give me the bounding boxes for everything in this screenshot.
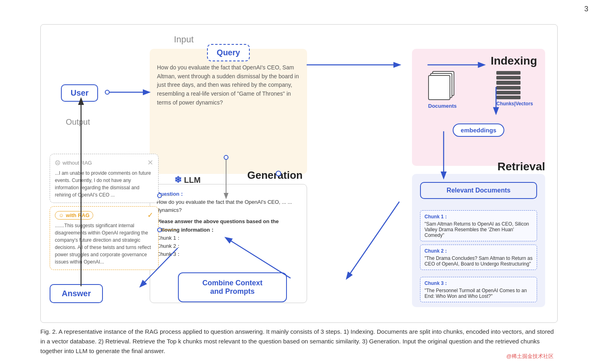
documents-label: Documents <box>428 103 457 109</box>
answer-box: Answer <box>50 284 103 303</box>
input-title: Input <box>174 34 194 45</box>
retrieval-section: Retrieval Relevant Documents Chunk 1： "S… <box>412 174 545 307</box>
page-number: 3 <box>584 5 588 13</box>
embeddings-box: embeddings <box>453 123 504 137</box>
chunk-3-text: "The Personnel Turmoil at OpenAI Comes t… <box>424 288 533 299</box>
retrieval-title: Retrieval <box>498 160 545 173</box>
without-rag-header: ☹ without RAG ✕ <box>55 158 153 167</box>
chunk-2-box: Chunk 2： "The Drama Concludes? Sam Altma… <box>420 245 537 270</box>
query-box: Query <box>207 44 250 61</box>
gen-chunk3: Chunk 3： <box>157 250 300 258</box>
happy-face-icon: ☺ <box>59 212 64 218</box>
with-rag-header: ☺ with RAG ✓ <box>55 211 153 220</box>
chunk-1-title: Chunk 1： <box>424 213 533 220</box>
with-rag-title: ☺ with RAG <box>55 211 93 220</box>
query-text: How do you evaluate the fact that OpenAI… <box>157 63 300 107</box>
generation-title: Generation <box>247 169 303 182</box>
db-line-6 <box>496 96 521 99</box>
combine-label: Combine Contextand Prompts <box>202 279 262 295</box>
db-line-5 <box>496 91 521 94</box>
check-icon: ✓ <box>147 211 153 220</box>
svg-line-6 <box>347 202 399 278</box>
with-rag-text: .......This suggests significant interna… <box>55 222 153 266</box>
combine-box: Combine Contextand Prompts <box>178 272 287 302</box>
db-stack-icon <box>496 71 521 99</box>
chunk-3-title: Chunk 3： <box>424 280 533 287</box>
without-rag-title: ☹ without RAG <box>55 160 92 166</box>
caption-text: Fig. 2. A representative instance of the… <box>40 328 554 354</box>
relevant-docs-box: Relevant Documents <box>420 182 537 199</box>
chunk-2-text: "The Drama Concludes? Sam Altman to Retu… <box>424 255 533 267</box>
gen-question-label: Question： <box>157 190 300 198</box>
snowflake-icon: ❄ <box>174 175 182 185</box>
gen-question-text: How do you evaluate the fact that the Op… <box>157 198 300 214</box>
with-rag-box: ☺ with RAG ✓ .......This suggests signif… <box>50 206 159 270</box>
llm-label: ❄ LLM <box>174 175 201 185</box>
doc-card-3 <box>428 75 450 100</box>
with-rag-label: with RAG <box>66 212 90 218</box>
chunk-3-box: Chunk 3： "The Personnel Turmoil at OpenA… <box>420 277 537 302</box>
db-line-2 <box>496 76 521 79</box>
watermark: @稀土掘金技术社区 <box>506 353 554 360</box>
gen-instruction: Please answer the above questions based … <box>157 218 300 234</box>
documents-icon <box>428 71 456 101</box>
sad-face-icon: ☹ <box>55 160 61 166</box>
output-label: Output <box>66 117 90 127</box>
chunks-vectors-label: Chunks|Vectors <box>496 101 533 107</box>
chunk-1-box: Chunk 1： "Sam Altman Returns to OpenAI a… <box>420 210 537 241</box>
caption: Fig. 2. A representative instance of the… <box>40 327 558 356</box>
db-line-1 <box>496 71 521 75</box>
llm-text: LLM <box>184 176 201 185</box>
without-rag-text: ...I am unable to provide comments on fu… <box>55 169 153 199</box>
indexing-title: Indexing <box>491 54 537 67</box>
indexing-section: Indexing Documents Chunks|Vectors embedd <box>412 49 545 166</box>
x-icon: ✕ <box>147 158 153 167</box>
documents-group: Documents <box>428 71 457 109</box>
vector-group: Chunks|Vectors <box>496 71 533 107</box>
input-section: Input Query How do you evaluate the fact… <box>150 49 307 174</box>
generation-content: Question： How do you evaluate the fact t… <box>150 184 307 264</box>
db-line-4 <box>496 86 521 90</box>
without-rag-box: ☹ without RAG ✕ ...I am unable to provid… <box>50 154 159 203</box>
gen-chunk2: Chunk 2： <box>157 242 300 250</box>
gen-chunk1: Chunk 1： <box>157 234 300 242</box>
chunk-1-text: "Sam Altman Returns to OpenAI as CEO, Si… <box>424 221 533 238</box>
without-rag-label: without RAG <box>63 160 92 166</box>
db-line-3 <box>496 81 521 84</box>
user-box: User <box>61 84 98 102</box>
svg-point-1 <box>105 90 109 94</box>
diagram-container: Indexing Documents Chunks|Vectors embedd <box>40 24 558 323</box>
chunk-2-title: Chunk 2： <box>424 248 533 255</box>
